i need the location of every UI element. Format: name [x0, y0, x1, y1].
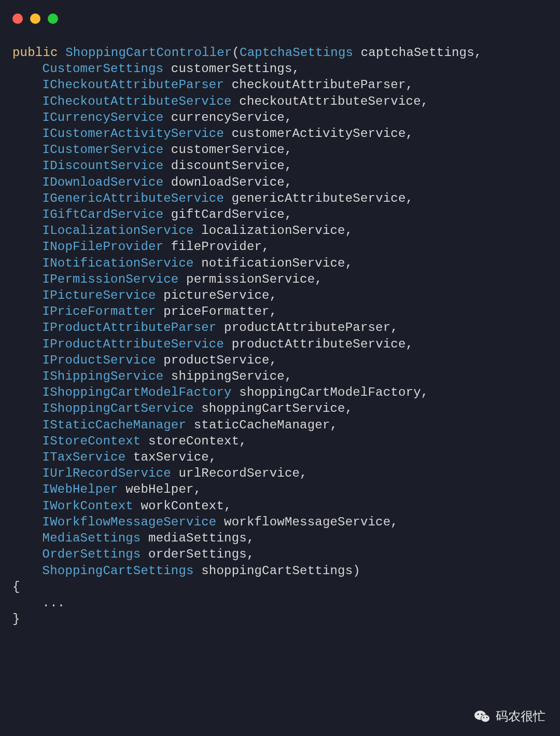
param-type: CaptchaSettings — [240, 46, 353, 60]
param-name: genericAttributeService — [232, 191, 406, 205]
param-name: workflowMessageService — [224, 515, 390, 529]
param-type: IPriceFormatter — [43, 304, 156, 318]
param-type: ICheckoutAttributeParser — [43, 78, 224, 92]
method-name: ShoppingCartController — [65, 46, 232, 60]
param-type: MediaSettings — [43, 531, 141, 545]
param-name: discountService — [171, 159, 285, 173]
param-type: CustomerSettings — [43, 62, 164, 76]
watermark: 码农很忙 — [474, 708, 545, 725]
param-name: localizationService — [201, 224, 345, 238]
param-type: ITaxService — [43, 450, 126, 464]
param-type: ICustomerService — [43, 143, 164, 157]
param-type: IShoppingCartService — [43, 401, 194, 415]
param-name: fileProvider — [171, 240, 262, 254]
watermark-text: 码农很忙 — [496, 708, 545, 725]
param-type: IPermissionService — [43, 272, 179, 286]
param-type: OrderSettings — [43, 547, 141, 561]
param-name: workContext — [141, 499, 224, 513]
svg-point-4 — [481, 713, 482, 715]
param-type: INopFileProvider — [43, 240, 164, 254]
param-type: IStaticCacheManager — [43, 418, 186, 432]
param-type: IDiscountService — [43, 159, 164, 173]
param-name: storeContext — [148, 434, 239, 448]
param-type: IUrlRecordService — [43, 466, 171, 480]
code-block: public ShoppingCartController(CaptchaSet… — [12, 45, 482, 627]
param-type: INotificationService — [43, 256, 194, 270]
code-window: public ShoppingCartController(CaptchaSet… — [0, 0, 560, 736]
param-name: checkoutAttributeService — [239, 94, 421, 108]
param-name: captchaSettings — [361, 46, 474, 60]
param-type: ShoppingCartSettings — [43, 564, 194, 578]
param-name: checkoutAttributeParser — [232, 78, 406, 92]
param-name: downloadService — [171, 175, 285, 189]
param-name: giftCardService — [171, 207, 285, 221]
param-name: pictureService — [163, 288, 269, 302]
param-type: IGenericAttributeService — [43, 191, 224, 205]
param-name: productService — [163, 353, 269, 367]
param-name: urlRecordService — [178, 466, 300, 480]
svg-point-6 — [486, 717, 487, 718]
param-type: ICurrencyService — [43, 110, 164, 124]
close-paren: ) — [353, 564, 360, 578]
param-name: shippingService — [171, 369, 285, 383]
param-name: customerActivityService — [232, 127, 406, 141]
param-name: staticCacheManager — [194, 418, 330, 432]
body-ellipsis: ... — [43, 596, 65, 610]
param-name: shoppingCartSettings — [201, 564, 353, 578]
param-type: ICustomerActivityService — [43, 127, 224, 141]
param-name: shoppingCartService — [201, 401, 345, 415]
param-type: IWorkContext — [43, 499, 133, 513]
param-type: IDownloadService — [43, 175, 164, 189]
param-name: currencyService — [171, 110, 285, 124]
param-type: IProductService — [43, 353, 156, 367]
param-name: shoppingCartModelFactory — [239, 385, 421, 399]
param-name: permissionService — [186, 272, 315, 286]
param-type: IShoppingCartModelFactory — [43, 385, 232, 399]
param-type: IWebHelper — [43, 482, 118, 496]
param-name: orderSettings — [148, 547, 247, 561]
param-name: priceFormatter — [163, 304, 269, 318]
param-type: IProductAttributeService — [43, 337, 224, 351]
brace-close: } — [12, 612, 20, 626]
param-name: mediaSettings — [148, 531, 247, 545]
param-type: IShippingService — [43, 369, 164, 383]
svg-point-5 — [483, 717, 484, 718]
param-type: IGiftCardService — [43, 207, 164, 221]
param-type: ICheckoutAttributeService — [43, 94, 232, 108]
param-name: customerSettings — [171, 62, 292, 76]
close-icon[interactable] — [12, 13, 23, 24]
param-name: taxService — [133, 450, 209, 464]
maximize-icon[interactable] — [48, 13, 58, 24]
param-name: productAttributeService — [232, 337, 406, 351]
param-name: customerService — [171, 143, 285, 157]
keyword-public: public — [12, 46, 58, 60]
param-type: IStoreContext — [43, 434, 141, 448]
open-paren: ( — [232, 46, 240, 60]
param-type: IWorkflowMessageService — [43, 515, 217, 529]
brace-open: { — [12, 580, 20, 594]
window-traffic-lights — [12, 13, 58, 24]
param-type: ILocalizationService — [43, 224, 194, 238]
wechat-icon — [474, 708, 491, 725]
param-name: productAttributeParser — [224, 321, 390, 335]
param-type: IPictureService — [43, 288, 156, 302]
param-type: IProductAttributeParser — [43, 321, 217, 335]
svg-point-3 — [477, 713, 479, 715]
svg-point-2 — [481, 715, 489, 721]
param-name: notificationService — [201, 256, 345, 270]
param-name: webHelper — [125, 482, 193, 496]
minimize-icon[interactable] — [30, 13, 40, 24]
